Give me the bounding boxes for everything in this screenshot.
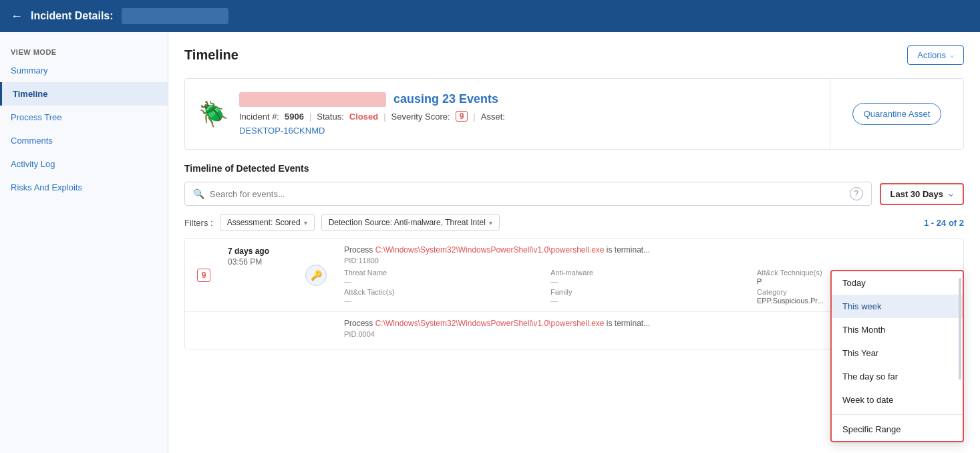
asset-label: Asset: — [481, 112, 505, 122]
filter-assessment-chevron-icon: ▾ — [304, 219, 307, 226]
dropdown-scrollbar — [959, 278, 961, 380]
sidebar-item-comments[interactable]: Comments — [0, 129, 168, 152]
content-area: Timeline Actions ⌵ 🪲 causing 23 Events I… — [168, 32, 980, 453]
sidebar-item-risks-exploits[interactable]: Risks And Exploits — [0, 176, 168, 199]
quarantine-asset-button[interactable]: Quarantine Asset — [852, 103, 942, 125]
search-box: 🔍 ? — [184, 182, 872, 206]
incident-meta: Incident #: 5906 | Status: Closed | Seve… — [239, 111, 505, 122]
sidebar-item-activity-log[interactable]: Activity Log — [0, 152, 168, 176]
process-path-link[interactable]: C:\Windows\System32\WindowsPowerShell\v1… — [375, 245, 605, 255]
incident-number: 5906 — [285, 112, 304, 122]
date-range-dropdown: Today This week This Month This Year The… — [830, 270, 964, 442]
sidebar: View Mode Summary Timeline Process Tree … — [0, 32, 168, 453]
incident-name-blurred — [239, 92, 386, 107]
main-layout: View Mode Summary Timeline Process Tree … — [0, 32, 980, 453]
search-filter-row: 🔍 ? Last 30 Days ⌵ — [184, 182, 964, 206]
dropdown-divider — [832, 414, 963, 415]
dropdown-item-this-month[interactable]: This Month — [832, 318, 963, 341]
event-severity: 9 — [185, 239, 222, 311]
meta-attack-tactics: Att&ck Tactic(s) — — [344, 288, 542, 305]
help-icon[interactable]: ? — [850, 187, 863, 200]
date-range-button[interactable]: Last 30 Days ⌵ — [880, 183, 965, 205]
event-icon-col — [296, 312, 336, 349]
event-time: 7 days ago 03:56 PM — [222, 239, 296, 311]
event-type-icon: 🔑 — [305, 265, 327, 286]
process-path-link[interactable]: C:\Windows\System32\WindowsPowerShell\v1… — [375, 319, 605, 328]
dropdown-item-week-to-date[interactable]: Week to date — [832, 388, 963, 412]
event-pid: PID:11800 — [344, 257, 955, 265]
event-process-path: Process C:\Windows\System32\WindowsPower… — [344, 245, 955, 255]
actions-button[interactable]: Actions ⌵ — [907, 45, 964, 65]
incident-number-label: Incident #: — [239, 112, 279, 122]
filter-assessment[interactable]: Assessment: Scored ▾ — [220, 214, 315, 231]
status-label: Status: — [317, 112, 343, 122]
sidebar-item-process-tree[interactable]: Process Tree — [0, 106, 168, 129]
sidebar-item-timeline[interactable]: Timeline — [0, 82, 168, 106]
search-icon: 🔍 — [193, 188, 204, 199]
severity-number: 9 — [197, 269, 211, 282]
incident-card-left: 🪲 causing 23 Events Incident #: 5906 | S… — [185, 79, 830, 149]
severity-badge: 9 — [456, 111, 468, 122]
pagination-info: 1 - 24 of 2 — [924, 218, 964, 228]
sidebar-section-label: View Mode — [0, 43, 168, 59]
dropdown-item-specific-range[interactable]: Specific Range — [832, 418, 963, 441]
time-clock: 03:56 PM — [228, 257, 291, 267]
bug-icon: 🪲 — [198, 100, 228, 128]
page-title: Timeline — [184, 47, 238, 63]
sidebar-item-summary[interactable]: Summary — [0, 59, 168, 82]
back-button[interactable]: ← — [11, 9, 23, 23]
meta-threat-name: Threat Name — — [344, 269, 542, 285]
meta-family: Family — — [550, 288, 749, 305]
dropdown-item-this-year[interactable]: This Year — [832, 341, 963, 365]
event-icon-col: 🔑 — [296, 239, 336, 311]
filter-detection-chevron-icon: ▾ — [489, 219, 492, 226]
dropdown-item-day-so-far[interactable]: The day so far — [832, 365, 963, 388]
time-ago: 7 days ago — [228, 247, 291, 256]
event-severity — [185, 312, 222, 349]
incident-card-right: Quarantine Asset — [830, 79, 963, 149]
top-bar-title: Incident Details: — [31, 10, 114, 22]
incident-title: causing 23 Events — [239, 92, 505, 107]
search-input[interactable] — [210, 189, 844, 199]
incident-name-badge — [122, 8, 228, 24]
top-bar: ← Incident Details: — [0, 0, 980, 32]
filters-label: Filters : — [184, 218, 213, 228]
incident-card: 🪲 causing 23 Events Incident #: 5906 | S… — [184, 78, 964, 150]
page-title-row: Timeline Actions ⌵ — [184, 45, 964, 65]
filter-detection-source[interactable]: Detection Source: Anti-malware, Threat I… — [321, 214, 500, 231]
date-range-chevron-icon: ⌵ — [949, 190, 953, 198]
meta-detection-source: Anti-malware — — [550, 269, 749, 285]
severity-label: Severity Score: — [391, 112, 450, 122]
filters-row: Filters : Assessment: Scored ▾ Detection… — [184, 214, 964, 231]
timeline-section-title: Timeline of Detected Events — [184, 163, 964, 174]
asset-link[interactable]: DESKTOP-16CKNMD — [239, 126, 325, 136]
incident-event-count: causing 23 Events — [393, 92, 498, 106]
incident-info: causing 23 Events Incident #: 5906 | Sta… — [239, 92, 505, 136]
dropdown-item-today[interactable]: Today — [832, 271, 963, 295]
status-value: Closed — [349, 112, 378, 122]
actions-chevron-icon: ⌵ — [950, 51, 954, 59]
event-time — [222, 312, 296, 349]
dropdown-item-this-week[interactable]: This week — [832, 295, 963, 318]
